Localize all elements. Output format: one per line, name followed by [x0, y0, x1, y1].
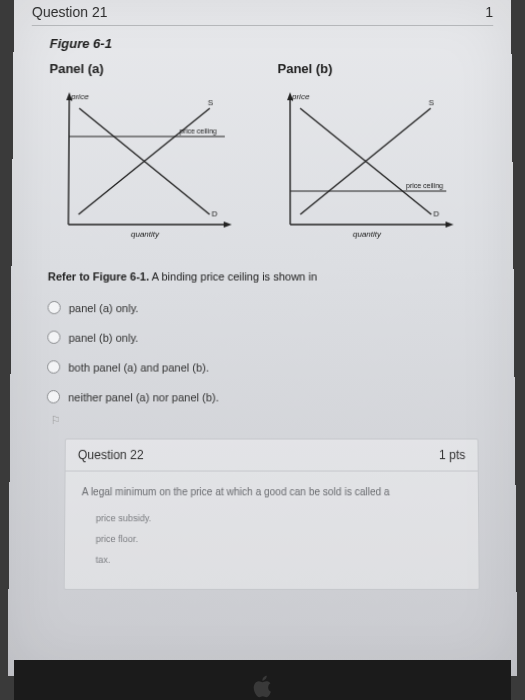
- question-22-body: A legal minimum on the price at which a …: [65, 472, 479, 589]
- chart-a-s-label: S: [208, 98, 213, 107]
- refer-prefix: Refer to Figure 6-1.: [48, 270, 149, 282]
- chart-b-y-axis: price: [292, 92, 309, 101]
- option-b-label: panel (b) only.: [69, 331, 139, 343]
- answer-options: panel (a) only. panel (b) only. both pan…: [47, 293, 479, 412]
- refer-rest: A binding price ceiling is shown in: [149, 270, 317, 282]
- chart-panel-a: price S price ceiling D quantity: [48, 88, 240, 250]
- option-c-label: both panel (a) and panel (b).: [68, 361, 209, 373]
- chart-a-y-axis: price: [71, 92, 88, 101]
- question-prompt: Refer to Figure 6-1. A binding price cei…: [48, 270, 477, 282]
- chart-b-x-axis: quantity: [353, 230, 381, 239]
- radio-icon: [48, 301, 61, 314]
- panel-a-label: Panel (a): [49, 61, 247, 76]
- figure-title: Figure 6-1: [50, 36, 476, 51]
- option-b[interactable]: panel (b) only.: [47, 322, 478, 352]
- option-d-label: neither panel (a) nor panel (b).: [68, 391, 219, 403]
- question-number: Question 21: [32, 4, 108, 20]
- charts-row: price S price ceiling D quantity: [48, 88, 477, 250]
- chart-b-s-label: S: [429, 98, 434, 107]
- question-22-title: Question 22: [78, 448, 144, 462]
- chart-a-d-label: D: [212, 209, 218, 218]
- device-bezel: [14, 660, 511, 700]
- panel-b-label: Panel (b): [247, 61, 475, 76]
- apple-logo-icon: [249, 672, 277, 700]
- chart-panel-b: price S price ceiling D quantity: [270, 88, 462, 250]
- radio-icon: [47, 331, 60, 344]
- question-body: Figure 6-1 Panel (a) Panel (b): [45, 36, 479, 590]
- q22-option-b[interactable]: price floor.: [96, 529, 462, 550]
- panel-labels-row: Panel (a) Panel (b): [49, 61, 475, 76]
- chart-a-svg: [48, 88, 240, 250]
- quiz-page: Question 21 1 Figure 6-1 Panel (a) Panel…: [8, 0, 518, 676]
- question-22-points: 1 pts: [439, 448, 466, 462]
- question-22-card: Question 22 1 pts A legal minimum on the…: [64, 438, 480, 589]
- radio-icon: [47, 390, 60, 403]
- question-22-wrap: ⚐ Question 22 1 pts A legal minimum on t…: [45, 412, 479, 590]
- q22-option-a[interactable]: price subsidy.: [96, 508, 462, 529]
- q22-option-c[interactable]: tax.: [96, 549, 463, 570]
- option-a-label: panel (a) only.: [69, 301, 139, 313]
- flag-icon[interactable]: ⚐: [45, 412, 65, 590]
- svg-marker-10: [446, 222, 454, 228]
- question-22-options: price subsidy. price floor. tax.: [96, 508, 463, 570]
- svg-line-0: [68, 98, 69, 224]
- chart-b-ceiling-label: price ceiling: [406, 182, 443, 189]
- option-d[interactable]: neither panel (a) nor panel (b).: [47, 382, 479, 412]
- chart-a-ceiling-label: price ceiling: [180, 127, 217, 134]
- option-c[interactable]: both panel (a) and panel (b).: [47, 352, 478, 382]
- chart-b-d-label: D: [433, 209, 439, 218]
- question-22-header: Question 22 1 pts: [66, 440, 478, 472]
- chart-a-x-axis: quantity: [131, 230, 159, 239]
- header-divider: [32, 25, 493, 26]
- header-row: Question 21 1: [14, 4, 511, 20]
- svg-marker-3: [224, 222, 232, 228]
- chart-b-svg: [270, 88, 462, 250]
- option-a[interactable]: panel (a) only.: [47, 293, 477, 323]
- page-number: 1: [485, 4, 493, 20]
- radio-icon: [47, 360, 60, 373]
- question-22-prompt: A legal minimum on the price at which a …: [82, 486, 462, 497]
